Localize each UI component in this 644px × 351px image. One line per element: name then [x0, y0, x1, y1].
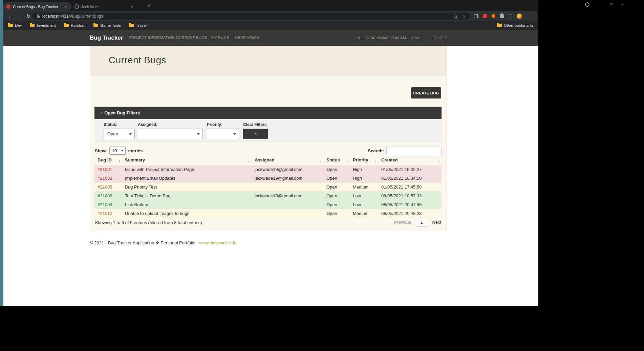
brand-link[interactable]: Bug Tracker: [90, 30, 123, 46]
next-page-button[interactable]: Next: [432, 220, 441, 225]
side-panel-icon[interactable]: [474, 14, 478, 18]
cell-bug-id: #21005: [94, 182, 122, 191]
footer-text: © 2021 - Bug Tracker Application ❖ Perso…: [90, 240, 199, 245]
folder-icon: [93, 24, 98, 27]
reading-list-icon[interactable]: [508, 15, 512, 18]
previous-page-button[interactable]: Previous: [394, 220, 411, 225]
clear-filters-label: Clear Filters: [243, 122, 266, 127]
forward-icon[interactable]: →: [16, 13, 23, 20]
media-controls-icon[interactable]: [585, 2, 589, 7]
bug-filters-header[interactable]: + Open Bug Filters: [94, 107, 442, 119]
column-header-summary[interactable]: ▲▼Summary: [122, 156, 252, 165]
content-container: Current Bugs CREATE BUG + Open Bug Filte…: [90, 46, 447, 231]
bug-id-link[interactable]: #21009: [98, 202, 112, 207]
search-input[interactable]: [386, 147, 442, 155]
create-bug-button[interactable]: CREATE BUG: [411, 87, 441, 98]
zoom-magnifier-icon[interactable]: [454, 15, 457, 18]
new-tab-button[interactable]: +: [145, 1, 153, 9]
footer-portfolio-link[interactable]: www.jackwade.info: [199, 240, 236, 245]
cell-bug-id: #21001: [94, 165, 122, 174]
nav-project-information[interactable]: PROJECT INFORMATION: [129, 30, 175, 46]
tab-current-bugs[interactable]: Current Bugs - Bug Tracker ×: [3, 2, 70, 11]
cell-created: 08/05/2021 20:47:55: [378, 200, 442, 209]
greeting-link[interactable]: HELLO JACKWADE19@GMAIL.COM!: [356, 36, 420, 40]
column-header-priority[interactable]: ▲▼Priority: [350, 156, 378, 165]
adblock-shield-icon[interactable]: [483, 14, 487, 18]
close-icon[interactable]: ×: [621, 2, 624, 7]
column-header-assigned[interactable]: ▲▼Assigned: [252, 156, 323, 165]
tab-title: Jack Wade: [81, 5, 129, 9]
cell-summary: Unable to upload images to bugs: [122, 209, 252, 218]
cell-assigned: jackwade19@gmail.com: [252, 174, 323, 182]
tab-close-icon[interactable]: ×: [64, 4, 67, 9]
minimize-icon[interactable]: —: [598, 2, 602, 7]
priority-filter-select[interactable]: [207, 129, 239, 139]
tab-jack-wade[interactable]: Jack Wade ×: [72, 2, 136, 11]
bookmark-label: Investment: [37, 23, 56, 27]
folder-icon: [8, 24, 13, 27]
bookmark-folder-investment[interactable]: Investment: [30, 23, 56, 27]
cell-status: Open: [323, 200, 350, 209]
cell-created: 01/05/2021 16:34:50: [378, 174, 442, 182]
bug-table-body: #21001Issue with Project Information Pag…: [94, 165, 442, 218]
bug-id-link[interactable]: #21001: [98, 167, 112, 172]
tab-close-icon[interactable]: ×: [131, 4, 133, 9]
extension-icons: [474, 11, 522, 21]
assigned-filter-select[interactable]: [138, 129, 203, 139]
bug-id-link[interactable]: #21005: [98, 184, 112, 190]
table-row[interactable]: #21005Bug Priority TestOpenMedium01/05/2…: [94, 182, 442, 191]
folder-icon: [497, 24, 502, 27]
logoff-link[interactable]: LOG OFF: [431, 36, 447, 40]
bookmark-folder-dev[interactable]: Dev: [8, 23, 22, 27]
table-row[interactable]: #21008Test Ticket - Demo Bugjackwade19@g…: [94, 191, 442, 200]
assigned-filter-label: Assigned:: [138, 122, 157, 127]
pagination: Previous 1 Next: [394, 218, 441, 227]
cell-summary: Bug Priority Test: [122, 182, 252, 191]
site-navbar: Bug Tracker PROJECT INFORMATION CURRENT …: [3, 30, 538, 46]
flame-extension-icon[interactable]: [491, 14, 496, 19]
entries-label: entries: [128, 148, 143, 153]
table-row[interactable]: #21010Unable to upload images to bugsOpe…: [94, 209, 442, 218]
folder-icon: [129, 24, 134, 27]
table-row[interactable]: #21001Issue with Project Information Pag…: [94, 165, 442, 174]
nav-current-bugs[interactable]: CURRENT BUGS: [176, 30, 207, 46]
bug-id-link[interactable]: #21010: [98, 211, 112, 216]
maximize-icon[interactable]: □: [610, 2, 613, 7]
tab-divider: [70, 4, 71, 9]
address-bar[interactable]: localhost:44314/Bug/CurrentBugs ☆: [32, 13, 470, 20]
folder-icon: [64, 24, 69, 27]
column-header-created[interactable]: ▲▼Created: [378, 156, 442, 165]
bookmark-star-icon[interactable]: ☆: [461, 14, 466, 19]
entries-summary: Showing 1 to 6 of 6 entries (filtered fr…: [95, 220, 202, 225]
bookmark-folder-travel[interactable]: Travel: [129, 23, 147, 27]
extensions-puzzle-icon[interactable]: [500, 14, 504, 18]
column-header-bug-id[interactable]: ▲▼Bug ID: [94, 156, 122, 165]
bug-id-link[interactable]: #21002: [98, 176, 112, 181]
back-icon[interactable]: ←: [7, 13, 14, 20]
cell-assigned: [252, 200, 323, 209]
browser-toolbar: ← → ↻ localhost:44314/Bug/CurrentBugs ☆: [3, 11, 538, 21]
clear-filters-button[interactable]: ×: [243, 129, 268, 139]
tab-strip: Current Bugs - Bug Tracker × Jack Wade ×…: [3, 0, 538, 11]
table-row[interactable]: #21002Implement Email Updatesjackwade19@…: [94, 174, 442, 182]
cell-status: Open: [323, 165, 350, 174]
bookmark-folder-random[interactable]: Random: [64, 23, 85, 27]
other-bookmarks[interactable]: Other bookmarks: [497, 23, 534, 27]
tab-title: Current Bugs - Bug Tracker: [13, 5, 62, 9]
bug-id-link[interactable]: #21008: [98, 193, 112, 198]
status-filter-select[interactable]: Open: [104, 129, 135, 139]
cell-bug-id: #21008: [94, 191, 122, 200]
bookmarks-bar: Dev Investment Random Game Tools Travel …: [3, 21, 538, 30]
current-page-button[interactable]: 1: [416, 218, 427, 227]
column-header-status[interactable]: ▲▼Status: [323, 156, 350, 165]
nav-user-admin[interactable]: USER ADMIN: [235, 30, 259, 46]
bookmark-folder-game-tools[interactable]: Game Tools: [93, 23, 121, 27]
reload-icon[interactable]: ↻: [25, 13, 32, 20]
page-length-select[interactable]: 10: [109, 147, 126, 155]
cell-assigned: [252, 182, 323, 191]
table-row[interactable]: #21009Link BrokenOpenLow08/05/2021 20:47…: [94, 200, 442, 209]
cell-assigned: jackwade19@gmail.com: [252, 191, 323, 200]
profile-avatar-icon[interactable]: [517, 14, 522, 19]
background-window-controls: — □ ×: [585, 2, 623, 7]
nav-my-bugs[interactable]: MY BUGS: [211, 30, 229, 46]
